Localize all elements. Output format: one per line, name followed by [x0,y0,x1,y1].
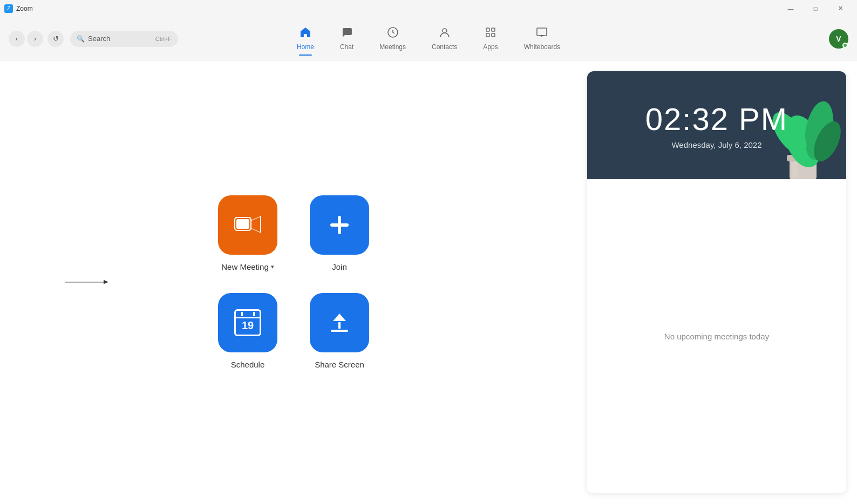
upload-base [331,330,348,332]
share-screen-text: Share Screen [315,360,364,369]
new-meeting-label: New Meeting ▾ [221,262,274,271]
join-text: Join [332,262,347,271]
new-meeting-button[interactable] [218,195,277,255]
back-icon: ‹ [16,35,18,43]
calendar-hook-left [241,312,243,316]
search-icon: 🔍 [77,35,85,43]
video-camera-icon [234,215,262,235]
right-panel: 02:32 PM Wednesday, July 6, 2022 No upco… [587,71,846,493]
arrow-pointer [65,282,108,282]
tab-home[interactable]: Home [284,22,327,55]
tab-whiteboards[interactable]: Whiteboards [511,22,573,55]
history-icon: ↺ [53,35,59,43]
nav-bar: ‹ › ↺ 🔍 Search Ctrl+F Home [0,17,857,60]
nav-left: ‹ › ↺ 🔍 Search Ctrl+F [9,31,178,47]
tab-chat-label: Chat [340,43,353,51]
calendar-number: 19 [242,319,254,332]
svg-rect-13 [236,219,249,229]
time-display: 02:32 PM [645,101,788,137]
join-label: Join [332,262,347,271]
app-title: Zoom [16,5,33,12]
tab-contacts-label: Contacts [432,43,457,51]
minimize-button[interactable]: — [778,0,803,17]
plus-icon [326,212,353,239]
tab-meetings[interactable]: Meetings [366,22,419,55]
tab-apps[interactable]: Apps [470,22,511,55]
main-content: New Meeting ▾ Join [0,60,857,504]
search-label: Search [88,35,110,43]
svg-rect-22 [792,162,798,178]
left-panel: New Meeting ▾ Join [0,60,587,504]
svg-rect-5 [492,33,495,37]
online-status-dot [842,43,848,48]
forward-icon: › [34,35,36,43]
tab-home-label: Home [297,43,314,51]
apps-icon [485,26,496,41]
svg-rect-2 [486,28,489,31]
calendar-icon: 19 [234,309,261,336]
chat-icon [341,26,353,41]
app-icon-inner: Z [7,5,10,11]
new-meeting-chevron: ▾ [271,263,274,270]
svg-marker-12 [251,217,260,232]
clock-section: 02:32 PM Wednesday, July 6, 2022 [587,71,846,179]
title-bar-controls: — □ ✕ [778,0,853,17]
new-meeting-text: New Meeting [221,262,269,271]
action-grid: New Meeting ▾ Join [207,185,380,380]
arrow-line [65,282,108,282]
share-screen-label: Share Screen [315,360,364,369]
new-meeting-item: New Meeting ▾ [218,195,277,271]
close-button[interactable]: ✕ [828,0,853,17]
tab-whiteboards-label: Whiteboards [524,43,560,51]
calendar-hook-right [253,312,255,316]
title-bar-left: Z Zoom [4,4,33,13]
svg-rect-4 [486,33,489,37]
tab-meetings-label: Meetings [379,43,406,51]
back-button[interactable]: ‹ [9,31,25,47]
profile-avatar[interactable]: V [829,29,848,49]
svg-rect-6 [537,28,547,36]
profile-initial: V [836,35,841,43]
app-icon: Z [4,4,13,13]
search-box[interactable]: 🔍 Search Ctrl+F [70,31,178,47]
schedule-item: 19 Schedule [218,293,277,369]
no-meetings-text: No upcoming meetings today [664,332,769,341]
history-button[interactable]: ↺ [47,31,64,47]
date-display: Wednesday, July 6, 2022 [671,140,761,149]
whiteboards-icon [536,26,548,41]
maximize-button[interactable]: □ [803,0,828,17]
upload-stem [338,322,341,329]
contacts-icon [439,26,451,41]
schedule-button[interactable]: 19 [218,293,277,352]
tab-apps-label: Apps [483,43,498,51]
share-screen-item: Share Screen [310,293,369,369]
forward-button[interactable]: › [27,31,43,47]
title-bar: Z Zoom — □ ✕ [0,0,857,17]
schedule-text: Schedule [231,360,265,369]
svg-rect-15 [330,223,349,227]
meetings-icon [387,26,399,41]
tab-contacts[interactable]: Contacts [419,22,470,55]
upload-icon [331,314,348,332]
search-shortcut: Ctrl+F [155,36,172,42]
svg-rect-3 [492,28,495,31]
schedule-label: Schedule [231,360,265,369]
share-screen-button[interactable] [310,293,369,352]
svg-point-1 [443,29,447,33]
home-icon [300,26,311,41]
join-item: Join [310,195,369,271]
join-button[interactable] [310,195,369,255]
nav-tabs: Home Chat Meetings [284,22,573,55]
calendar-top [236,311,260,318]
tab-chat[interactable]: Chat [327,22,366,55]
meetings-section: No upcoming meetings today [587,179,846,493]
upload-arrow [333,314,346,321]
